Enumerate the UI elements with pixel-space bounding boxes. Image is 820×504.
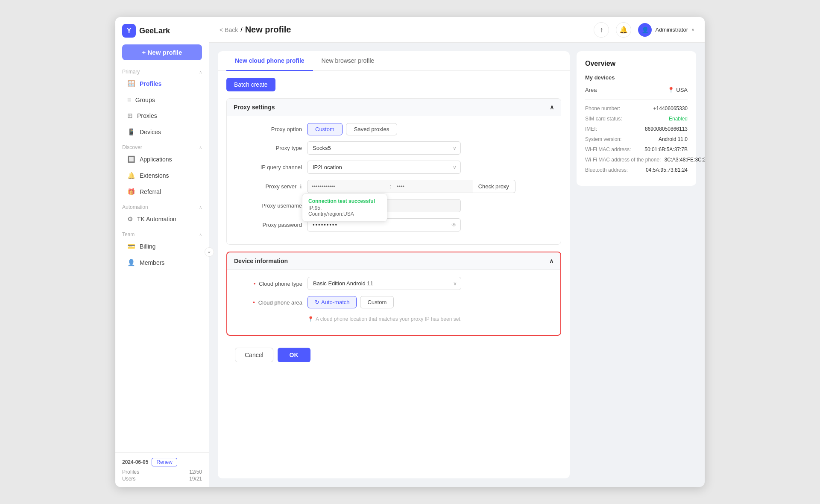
cloud-phone-area-label: • Cloud phone area (234, 299, 302, 306)
bell-button[interactable]: 🔔 (616, 22, 631, 38)
sidebar-item-extensions-label: Extensions (140, 172, 169, 179)
proxy-server-port-input[interactable] (393, 180, 472, 193)
sidebar-date: 2024-06-05 Renew (122, 458, 202, 466)
ip-query-label: IP query channel (234, 164, 302, 170)
overview-area-value: 📍 USA (668, 87, 688, 93)
stat-profiles-value: 12/50 (189, 469, 202, 475)
info-phone-number: Phone number: +14406065330 (585, 105, 688, 111)
area-custom-button[interactable]: Custom (360, 296, 394, 308)
area-btn-group: ↻ Auto-match Custom (308, 296, 394, 308)
sidebar-item-profiles[interactable]: 🪟 Profiles (117, 76, 207, 91)
groups-icon: ≡ (127, 96, 131, 103)
proxy-server-inputs: : Check proxy (307, 180, 461, 193)
overview-title: Overview (585, 60, 688, 67)
proxy-settings-header[interactable]: Proxy settings ∧ (227, 99, 561, 116)
proxy-type-select[interactable]: Socks5 HTTP HTTPS (307, 141, 461, 155)
user-name: Administrator (655, 26, 688, 33)
proxy-password-label: Proxy password (234, 222, 302, 228)
stat-profiles-label: Profiles (122, 469, 139, 475)
device-info-header[interactable]: Device information ∧ (227, 252, 560, 270)
area-auto-match-button[interactable]: ↻ Auto-match (308, 296, 357, 308)
password-eye-icon[interactable]: 👁 (451, 222, 457, 228)
members-icon: 👤 (127, 259, 135, 267)
proxy-settings-content: Proxy option Custom Saved proxies Proxy … (227, 116, 561, 244)
new-profile-button[interactable]: + New profile (122, 44, 202, 60)
batch-create-button[interactable]: Batch create (226, 78, 275, 91)
cloud-phone-type-select-wrapper: Basic Edition Android 11 Pro Edition And… (308, 277, 461, 290)
sidebar-item-proxies-label: Proxies (137, 112, 157, 119)
device-info-title: Device information (234, 258, 288, 264)
back-link[interactable]: < Back (220, 26, 238, 33)
proxy-password-row: Proxy password 👁 (234, 218, 554, 231)
stat-profiles: Profiles 12/50 (122, 469, 202, 475)
info-imei: IMEI: 869008050866113 (585, 126, 688, 132)
sidebar-bottom: 2024-06-05 Renew Profiles 12/50 Users 19… (115, 452, 209, 487)
sidebar-item-applications[interactable]: 🔲 Applications (117, 152, 207, 167)
cancel-button[interactable]: Cancel (235, 348, 273, 362)
billing-icon: 💳 (127, 243, 135, 250)
info-val-wifi: 50:01:6B:5A:37:7B (644, 147, 688, 152)
info-bluetooth: Bluetooth address: 04:5A:95:73:81:24 (585, 167, 688, 173)
required-dot-type: • (254, 280, 256, 287)
collapse-sidebar-button[interactable]: « (205, 247, 214, 257)
upload-button[interactable]: ↑ (594, 22, 609, 38)
renew-button[interactable]: Renew (152, 458, 177, 466)
proxies-icon: ⊞ (127, 112, 133, 120)
device-info-chevron-icon: ∧ (549, 258, 554, 264)
info-key-system: System version: (585, 136, 621, 142)
sidebar-item-devices[interactable]: 📱 Devices (117, 124, 207, 140)
cloud-phone-type-select[interactable]: Basic Edition Android 11 Pro Edition And… (308, 277, 461, 290)
tab-cloud-phone[interactable]: New cloud phone profile (226, 51, 313, 71)
proxy-server-host-input[interactable] (307, 180, 388, 193)
proxy-settings-section: Proxy settings ∧ Proxy option Custom Sav… (226, 98, 561, 245)
area-hint-icon: 📍 (308, 316, 314, 322)
auto-match-icon: ↻ (315, 299, 319, 305)
info-system: System version: Android 11.0 (585, 136, 688, 142)
proxy-server-info-icon: ℹ (300, 184, 302, 190)
info-key-wifi-phone: Wi-Fi MAC address of the phone: (585, 157, 661, 163)
tk-automation-icon: ⚙ (127, 215, 133, 223)
sidebar-item-referral[interactable]: 🎁 Referral (117, 184, 207, 199)
header-separator: / (240, 26, 242, 34)
sidebar: Y GeeLark + New profile Primary ∧ 🪟 Prof… (115, 17, 209, 487)
sidebar-item-billing[interactable]: 💳 Billing (117, 239, 207, 254)
sidebar-item-members[interactable]: 👤 Members (117, 255, 207, 270)
header-right: ↑ 🔔 👤 Administrator ∨ (594, 22, 694, 38)
sidebar-item-tk-automation[interactable]: ⚙ TK Automation (117, 211, 207, 227)
sidebar-item-extensions[interactable]: 🔔 Extensions (117, 168, 207, 183)
user-area[interactable]: 👤 Administrator ∨ (638, 23, 694, 37)
check-proxy-button[interactable]: Check proxy (472, 180, 515, 193)
ok-button[interactable]: OK (278, 348, 310, 362)
proxy-option-saved[interactable]: Saved proxies (346, 123, 397, 135)
logo-name: GeeLark (139, 26, 170, 35)
device-info-content: • Cloud phone type Basic Edition Android… (227, 270, 560, 335)
sidebar-section-team: Team ∧ (115, 230, 209, 238)
overview-panel: Overview My devices Area 📍 USA Phone num… (577, 51, 696, 186)
sidebar-item-devices-label: Devices (140, 129, 161, 135)
info-key-phone: Phone number: (585, 105, 620, 111)
sidebar-item-groups[interactable]: ≡ Groups (117, 92, 207, 107)
proxy-option-row: Proxy option Custom Saved proxies (234, 123, 554, 135)
proxy-option-custom[interactable]: Custom (307, 123, 343, 135)
required-dot-area: • (253, 299, 255, 306)
ip-query-select[interactable]: IP2Location MaxMind (307, 161, 461, 174)
user-chevron-icon: ∨ (691, 27, 694, 32)
header: < Back / New profile ↑ 🔔 👤 Administrator… (209, 17, 705, 43)
proxy-option-group: Custom Saved proxies (307, 123, 397, 135)
main-area: < Back / New profile ↑ 🔔 👤 Administrator… (209, 17, 705, 487)
extensions-icon: 🔔 (127, 172, 135, 179)
connection-success-popup: Connection test successful IP:95. Countr… (302, 193, 387, 222)
info-key-imei: IMEI: (585, 126, 597, 132)
sidebar-item-proxies[interactable]: ⊞ Proxies (117, 108, 207, 123)
tab-browser[interactable]: New browser profile (313, 51, 383, 71)
overview-area-label: Area (585, 87, 597, 93)
sidebar-item-applications-label: Applications (140, 156, 172, 163)
device-info-section: Device information ∧ • Cloud phone type (226, 252, 561, 336)
sidebar-item-profiles-label: Profiles (140, 80, 161, 87)
info-key-sim: SIM card status: (585, 116, 622, 122)
info-wifi-mac: Wi-Fi MAC address: 50:01:6B:5A:37:7B (585, 147, 688, 152)
form-panel: New cloud phone profile New browser prof… (218, 51, 570, 478)
sidebar-section-discover: Discover ∧ (115, 143, 209, 151)
proxy-option-label: Proxy option (234, 126, 302, 132)
proxy-settings-title: Proxy settings (234, 104, 275, 111)
